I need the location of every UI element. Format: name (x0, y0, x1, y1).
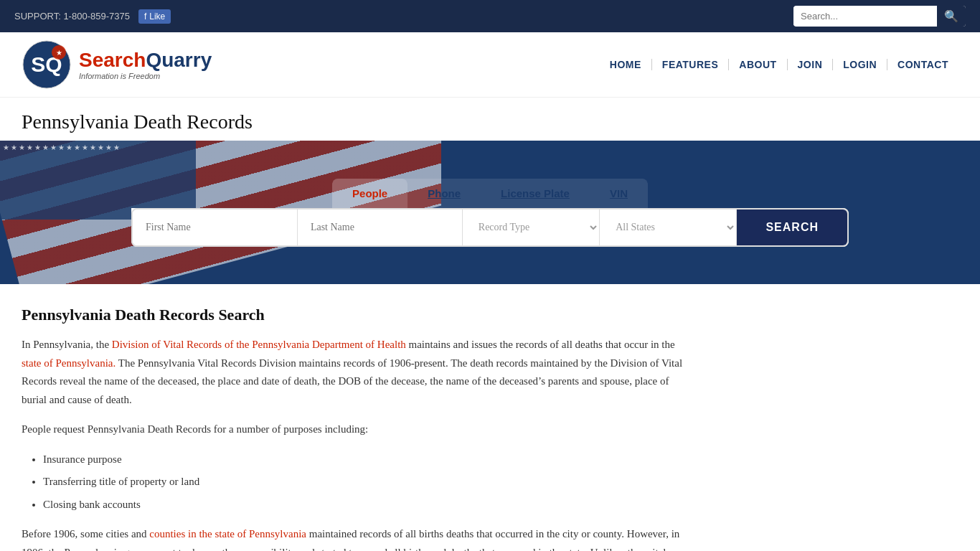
nav-join[interactable]: JOIN (788, 59, 834, 70)
logo-area: SQ ★ SearchQuarry Information is Freedom (22, 39, 212, 90)
paragraph-1: In Pennsylvania, the Division of Vital R… (22, 336, 696, 409)
search-form-container: Record Type Death Record Birth Record Ma… (131, 208, 849, 247)
svg-text:★: ★ (56, 49, 62, 57)
support-text: SUPPORT: 1-800-859-7375 (14, 11, 130, 22)
division-link[interactable]: Division of Vital Records of the Pennsyl… (112, 339, 406, 350)
top-bar-left: SUPPORT: 1-800-859-7375 f Like (14, 9, 171, 24)
list-item-bank: Closing bank accounts (43, 496, 696, 514)
header: SQ ★ SearchQuarry Information is Freedom… (0, 32, 980, 98)
nav-contact[interactable]: CONTACT (887, 59, 958, 70)
all-states-select[interactable]: All States Pennsylvania New York Califor… (600, 209, 737, 245)
search-button[interactable]: SEARCH (737, 209, 847, 245)
nav-about[interactable]: ABOUT (729, 59, 787, 70)
tab-vin[interactable]: VIN (590, 179, 648, 208)
nav-login[interactable]: LOGIN (833, 59, 887, 70)
main-content: Pennsylvania Death Records Search In Pen… (0, 284, 717, 551)
top-search-bar[interactable]: 🔍 (793, 6, 966, 27)
counties-link[interactable]: counties in the state of Pennsylvania (149, 528, 306, 540)
state-link[interactable]: state of Pennsylvania. (22, 357, 116, 369)
content-title: Pennsylvania Death Records Search (22, 306, 696, 324)
paragraph-3: Before 1906, some cities and counties in… (22, 525, 696, 551)
fb-like-button[interactable]: f Like (138, 9, 171, 24)
list-item-insurance: Insurance purpose (43, 451, 696, 469)
nav-features[interactable]: FEATURES (652, 59, 729, 70)
main-nav: HOME FEATURES ABOUT JOIN LOGIN CONTACT (600, 59, 958, 70)
logo-brand: SearchQuarry (79, 49, 212, 72)
tab-people[interactable]: People (332, 179, 407, 208)
tab-license-plate[interactable]: License Plate (481, 179, 590, 208)
record-type-select[interactable]: Record Type Death Record Birth Record Ma… (463, 209, 600, 245)
paragraph-2: People request Pennsylvania Death Record… (22, 420, 696, 439)
fb-like-label: Like (149, 11, 165, 22)
logo-icon: SQ ★ (22, 39, 72, 90)
first-name-input[interactable] (133, 209, 298, 245)
hero-banner: ★★★ ★★★ ★★★ ★★★ ★★★ People Phone License… (0, 141, 980, 284)
purposes-list: Insurance purpose Transferring title of … (43, 451, 696, 514)
search-form: Record Type Death Record Birth Record Ma… (131, 208, 849, 247)
fb-icon: f (144, 11, 146, 22)
list-item-property: Transferring title of property or land (43, 473, 696, 491)
last-name-input[interactable] (298, 209, 463, 245)
page-title-area: Pennsylvania Death Records (0, 98, 980, 141)
page-title: Pennsylvania Death Records (22, 110, 958, 133)
tab-phone[interactable]: Phone (407, 179, 481, 208)
logo-tagline: Information is Freedom (79, 72, 212, 80)
top-search-button[interactable]: 🔍 (937, 6, 966, 27)
top-search-input[interactable] (793, 7, 937, 25)
logo-text: SearchQuarry Information is Freedom (79, 49, 212, 80)
top-bar: SUPPORT: 1-800-859-7375 f Like 🔍 (0, 0, 980, 32)
search-tabs: People Phone License Plate VIN (332, 179, 648, 208)
nav-home[interactable]: HOME (600, 59, 652, 70)
